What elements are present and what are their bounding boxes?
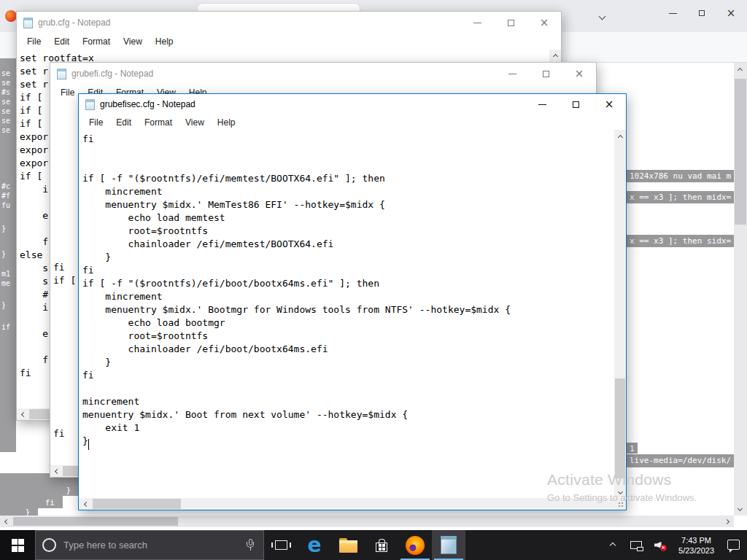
menu-edit[interactable]: Edit [109,116,138,129]
menu-view[interactable]: View [179,116,211,129]
code-line: m1 [1,270,10,278]
firefox-icon [406,536,425,555]
code-line: fi [82,370,614,383]
tray-network[interactable] [627,530,646,560]
code-line: exit 1 [82,422,614,435]
code-line: } [82,252,614,265]
resize-corner[interactable] [614,498,626,510]
minimize-button[interactable] [460,12,494,34]
notepad-icon [441,536,457,554]
code-line: echo load bootmgr [82,317,614,330]
scroll-down-icon[interactable] [734,502,746,514]
minimize-button[interactable] [495,63,529,85]
menu-file[interactable]: File [20,35,47,48]
firefox-tab-favicon-icon [5,10,17,22]
scroll-up-icon[interactable] [549,50,561,62]
clock-time: 7:43 PM [678,535,714,545]
scroll-left-icon[interactable] [1,516,12,527]
maximize-button[interactable] [559,94,592,114]
tray-up-icon [610,542,616,548]
volume-muted-icon: × [654,540,665,550]
scroll-thumb[interactable] [615,378,625,478]
taskbar-explorer-button[interactable] [331,530,365,560]
code-line: 1 [627,443,638,454]
taskbar-firefox-button[interactable] [398,530,432,560]
code-line: root=$rootntfs [82,330,614,343]
scroll-right-icon[interactable] [721,516,732,527]
taskbar-edge-button[interactable]: e [298,530,331,560]
scroll-thumb[interactable] [93,499,181,509]
list-all-tabs-button[interactable] [587,4,616,28]
clock-date: 5/23/2023 [678,545,714,556]
task-view-icon [275,540,287,550]
action-center-button[interactable] [724,530,743,560]
menu-view[interactable]: View [117,35,149,48]
window-titlebar[interactable]: grubefisec.cfg - Notepad × [79,94,626,114]
browser-vertical-scroll-thumb[interactable] [735,79,746,225]
menu-file[interactable]: File [82,116,109,129]
code-line: mincrement [82,291,614,304]
window-title: grubefisec.cfg - Notepad [100,99,196,109]
code-line: fi [0,496,63,508]
close-button[interactable]: × [527,12,561,34]
menu-edit[interactable]: Edit [47,35,76,48]
menu-bar: File Edit Format View Help [79,114,626,130]
store-icon [376,542,387,552]
menu-format[interactable]: Format [76,35,117,48]
browser-close-button[interactable]: × [716,1,746,25]
close-button[interactable]: × [592,94,626,114]
code-line: chainloader /efi/memtest/BOOTX64.efi [82,238,614,252]
taskbar-notepad-button[interactable] [432,530,465,560]
code-line: menuentry $midx.' MemTest86 EFI' --hotke… [82,199,614,212]
scroll-left-icon[interactable] [80,498,92,510]
browser-restore-button[interactable] [687,1,716,25]
horizontal-scrollbar[interactable] [79,498,614,510]
start-button[interactable] [0,530,35,560]
browser-minimize-button[interactable] [658,1,687,25]
code-line: se [1,126,10,134]
mic-icon[interactable] [246,539,255,552]
code-line: if [1,323,10,331]
taskbar-store-button[interactable] [365,530,398,560]
close-button[interactable]: × [562,63,596,85]
scroll-up-icon[interactable] [614,131,626,143]
text-editor-area[interactable]: fiif [ -f "($rootntfs)/efi/memtest/BOOTX… [79,130,614,498]
scroll-left-icon[interactable] [18,408,29,420]
notepad-window-grubefisec[interactable]: grubefisec.cfg - Notepad × File Edit For… [78,93,627,510]
tray-volume[interactable]: × [650,530,669,560]
code-line: } [1,225,6,233]
taskbar: Type here to search e × 7:43 PM 5/23/202… [0,530,747,560]
code-line: fi [82,265,614,278]
task-view-button[interactable] [264,530,298,560]
code-line: } [1,250,6,258]
tray-show-hidden-icons[interactable] [603,530,622,560]
vertical-scrollbar[interactable] [614,130,626,498]
browser-horizontal-scroll-thumb[interactable] [13,517,178,526]
code-line [82,147,614,160]
code-line: fi [82,133,614,147]
cortana-icon [42,538,56,552]
resize-grip-icon[interactable] [618,502,624,508]
scroll-left-icon[interactable] [51,465,63,477]
code-line: se [1,98,10,106]
taskbar-clock[interactable]: 7:43 PM 5/23/2023 [673,535,719,556]
menu-help[interactable]: Help [149,35,180,48]
search-placeholder: Type here to search [63,540,147,551]
window-titlebar[interactable]: grubefi.cfg - Notepad × [50,63,596,85]
maximize-button[interactable] [494,12,527,34]
taskbar-search[interactable]: Type here to search [35,530,264,560]
code-line: } [1,301,6,309]
menu-file[interactable]: File [54,86,81,99]
code-line: x == x3 ]; then sidx= [627,235,734,247]
menu-help[interactable]: Help [211,116,242,129]
code-line: menuentry $midx.' Bootmgr for Windows to… [82,304,614,317]
maximize-button[interactable] [529,63,562,85]
scroll-up-icon[interactable] [734,64,746,76]
minimize-button[interactable] [525,94,559,114]
code-line: fi [53,428,65,439]
code-line: se [1,107,10,115]
window-titlebar[interactable]: grub.cfg - Notepad × [17,12,561,34]
code-line [82,383,614,396]
menu-format[interactable]: Format [138,116,179,129]
scroll-down-icon[interactable] [614,486,626,497]
